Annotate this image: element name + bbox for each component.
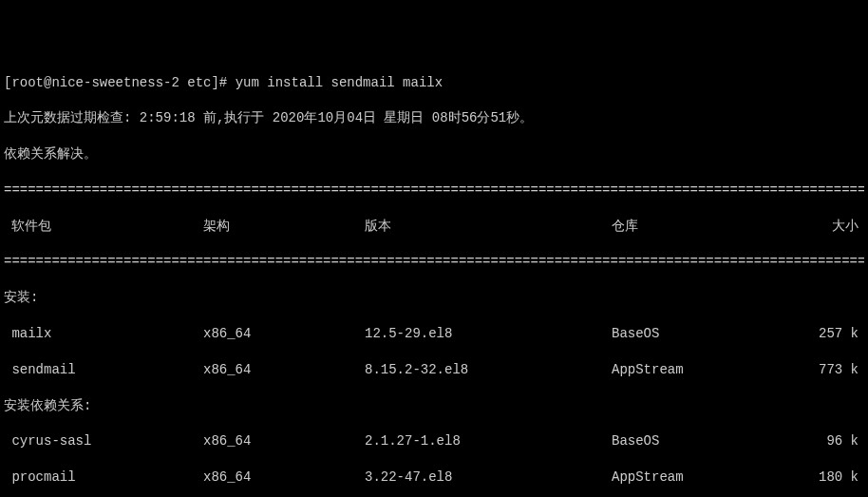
divider-eq: ========================================… [4,253,864,271]
header-version: 版本 [365,218,612,236]
prompt-close: ]# [211,75,235,90]
header-repo: 仓库 [612,218,792,236]
pkg-name: procmail [4,468,203,487]
pkg-repo: BaseOS [612,325,792,343]
pkg-size: 773 k [792,361,859,379]
deps-resolved: 依赖关系解决。 [4,145,864,163]
pkg-version: 2.1.27-1.el8 [365,432,612,450]
pkg-version: 8.15.2-32.el8 [365,361,612,379]
user-host-path: root@nice-sweetness-2 etc [11,75,211,90]
pkg-version: 12.5-29.el8 [365,325,612,343]
table-row: procmailx86_643.22-47.el8AppStream180 k [4,468,864,487]
divider-eq: ========================================… [4,182,864,200]
table-row: sendmailx86_648.15.2-32.el8AppStream773 … [4,361,864,379]
pkg-size: 180 k [792,468,859,487]
command-text: yum install sendmail mailx [236,75,443,90]
pkg-repo: AppStream [612,361,792,379]
deps-label: 安装依赖关系: [4,397,864,415]
pkg-repo: BaseOS [612,432,792,450]
table-row: mailxx86_6412.5-29.el8BaseOS257 k [4,325,864,343]
pkg-version: 3.22-47.el8 [365,468,612,487]
metadata-line: 上次元数据过期检查: 2:59:18 前,执行于 2020年10月04日 星期日… [4,109,864,127]
pkg-arch: x86_64 [203,468,365,487]
pkg-arch: x86_64 [203,325,365,343]
pkg-size: 257 k [792,325,859,343]
install-label: 安装: [4,289,864,307]
pkg-arch: x86_64 [203,432,365,450]
pkg-repo: AppStream [612,468,792,487]
header-pkg: 软件包 [4,218,203,236]
pkg-name: mailx [4,325,203,343]
header-size: 大小 [792,218,859,236]
pkg-size: 96 k [792,432,859,450]
pkg-name: cyrus-sasl [4,432,203,450]
pkg-name: sendmail [4,361,203,379]
command-prompt-line: [root@nice-sweetness-2 etc]# yum install… [4,74,864,92]
table-header: 软件包架构版本仓库大小 [4,218,864,236]
pkg-arch: x86_64 [203,361,365,379]
header-arch: 架构 [203,218,365,236]
table-row: cyrus-saslx86_642.1.27-1.el8BaseOS96 k [4,432,864,450]
